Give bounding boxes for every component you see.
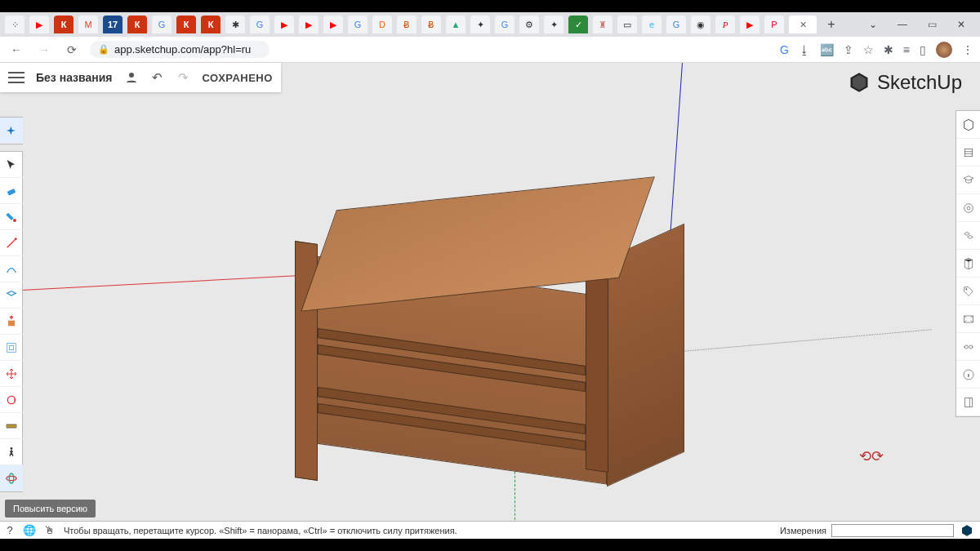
tab-icon[interactable]: ▶ xyxy=(274,16,294,33)
tab-icon[interactable]: ◉ xyxy=(691,16,710,33)
install-icon[interactable]: ⭳ xyxy=(799,43,810,56)
window-minimize[interactable]: — xyxy=(889,16,916,33)
model-object[interactable] xyxy=(290,177,674,479)
extensions-icon[interactable]: ✱ xyxy=(884,43,893,56)
tab-icon[interactable]: P xyxy=(715,16,735,33)
browser-actions: G ⭳ 🔤 ⇪ ☆ ✱ ≡ ▯ ⋮ xyxy=(780,42,973,58)
panel-toggle[interactable] xyxy=(956,389,980,416)
reading-list-icon[interactable]: ≡ xyxy=(903,43,910,56)
tab-icon[interactable]: ♜ xyxy=(593,16,612,33)
tool-arc[interactable] xyxy=(0,256,23,282)
tool-select[interactable] xyxy=(0,152,23,178)
redo-button[interactable]: ↷ xyxy=(176,70,191,85)
tab-icon[interactable]: D xyxy=(372,16,392,33)
tool-rectangle[interactable] xyxy=(0,282,23,309)
tab-icon[interactable]: ✓ xyxy=(568,16,588,33)
panel-styles[interactable] xyxy=(956,250,980,278)
star-icon[interactable]: ☆ xyxy=(863,43,874,56)
tab-icon[interactable]: G xyxy=(666,16,686,33)
tab-icon[interactable]: ✦ xyxy=(544,16,564,33)
tab-icon[interactable]: ▶ xyxy=(323,16,343,33)
window-close[interactable]: ✕ xyxy=(947,16,975,33)
tool-line[interactable] xyxy=(0,230,23,256)
tab-icon[interactable]: M xyxy=(78,16,98,33)
tab-icon[interactable]: К xyxy=(176,16,196,33)
status-hint: Чтобы вращать, перетащите курсор. «Shift… xyxy=(59,526,457,535)
sketchup-mark-icon[interactable] xyxy=(959,522,975,539)
panel-scenes[interactable] xyxy=(956,305,980,333)
tab-icon[interactable]: ▲ xyxy=(446,16,466,33)
tab-icon[interactable]: ▭ xyxy=(617,16,637,33)
help-icon[interactable]: ? xyxy=(0,524,20,536)
google-icon[interactable]: G xyxy=(780,43,789,56)
panel-learn[interactable] xyxy=(956,167,980,194)
tool-orbit[interactable] xyxy=(0,465,23,491)
tool-tape[interactable] xyxy=(0,413,23,439)
sketchup-logo-icon xyxy=(848,71,871,94)
tool-rotate[interactable] xyxy=(0,387,23,413)
panel-tags[interactable] xyxy=(956,278,980,305)
url-text: app.sketchup.com/app?hl=ru xyxy=(114,43,251,56)
save-status: СОХРАНЕНО xyxy=(203,72,273,84)
tool-eraser[interactable] xyxy=(0,178,23,204)
tool-offset[interactable] xyxy=(0,335,23,361)
reload-button[interactable]: ⟳ xyxy=(62,40,82,60)
document-title[interactable]: Без названия xyxy=(36,71,113,84)
tab-icon[interactable]: ▶ xyxy=(29,16,49,33)
panel-instructor[interactable] xyxy=(956,139,980,167)
tool-walk[interactable] xyxy=(0,439,23,465)
language-icon[interactable]: 🌐 xyxy=(20,524,39,536)
panel-info[interactable] xyxy=(956,361,980,389)
tab-icon[interactable]: Ƀ xyxy=(397,16,416,33)
tool-paint[interactable] xyxy=(0,204,23,230)
svg-point-15 xyxy=(965,288,967,290)
mouse-icon[interactable]: 🖱 xyxy=(39,524,59,536)
back-button[interactable]: ← xyxy=(7,40,26,60)
tab-icon[interactable]: ✦ xyxy=(470,16,490,33)
tab-icon[interactable]: ⁘ xyxy=(5,16,24,33)
orbit-cursor-icon: ⟲⟳ xyxy=(859,447,884,465)
menu-button[interactable] xyxy=(8,72,24,83)
tab-icon[interactable]: 17 xyxy=(103,16,122,33)
forward-button[interactable]: → xyxy=(34,40,54,60)
tab-icon[interactable]: ✱ xyxy=(225,16,245,33)
window-maximize[interactable]: ▭ xyxy=(918,16,946,33)
tab-active[interactable]: ✕ xyxy=(789,16,817,33)
tab-icon[interactable]: G xyxy=(495,16,514,33)
measurements-label: Измерения xyxy=(780,526,826,535)
sidepanel-icon[interactable]: ▯ xyxy=(920,43,926,56)
panel-display[interactable] xyxy=(956,333,980,361)
tab-icon[interactable]: Ƀ xyxy=(421,16,441,33)
panel-components[interactable] xyxy=(956,194,980,222)
translate-icon[interactable]: 🔤 xyxy=(820,43,834,56)
tab-icon[interactable]: G xyxy=(250,16,270,33)
svg-rect-4 xyxy=(8,320,15,326)
tool-move[interactable] xyxy=(0,361,23,387)
upgrade-button[interactable]: Повысить версию xyxy=(5,500,96,518)
url-field[interactable]: 🔒 app.sketchup.com/app?hl=ru xyxy=(90,41,270,58)
tab-icon[interactable]: e xyxy=(642,16,662,33)
tab-icon[interactable]: К xyxy=(201,16,220,33)
panel-entity-info[interactable] xyxy=(956,111,980,139)
tab-icon[interactable]: G xyxy=(348,16,368,33)
modeling-canvas[interactable]: ⟲⟳ xyxy=(0,63,980,521)
tabs-dropdown[interactable]: ⌄ xyxy=(859,16,887,33)
new-tab-button[interactable]: + xyxy=(822,16,841,33)
share-users-icon[interactable] xyxy=(124,70,139,85)
tab-icon[interactable]: G xyxy=(152,16,172,33)
tab-icon[interactable]: ⚙ xyxy=(519,16,539,33)
tab-icon[interactable]: P xyxy=(764,16,784,33)
tab-icon[interactable]: ▶ xyxy=(740,16,760,33)
tab-icon[interactable]: ▶ xyxy=(299,16,318,33)
panel-materials[interactable] xyxy=(956,222,980,250)
tool-pushpull[interactable] xyxy=(0,309,23,335)
tab-icon[interactable]: К xyxy=(54,16,74,33)
svg-point-18 xyxy=(969,345,973,349)
kebab-menu-icon[interactable]: ⋮ xyxy=(962,43,973,56)
profile-avatar[interactable] xyxy=(936,42,952,58)
tab-icon[interactable]: К xyxy=(127,16,147,33)
share-icon[interactable]: ⇪ xyxy=(844,43,853,56)
measurements-input[interactable] xyxy=(831,524,954,537)
undo-button[interactable]: ↶ xyxy=(150,70,165,85)
tool-current[interactable] xyxy=(0,118,23,144)
